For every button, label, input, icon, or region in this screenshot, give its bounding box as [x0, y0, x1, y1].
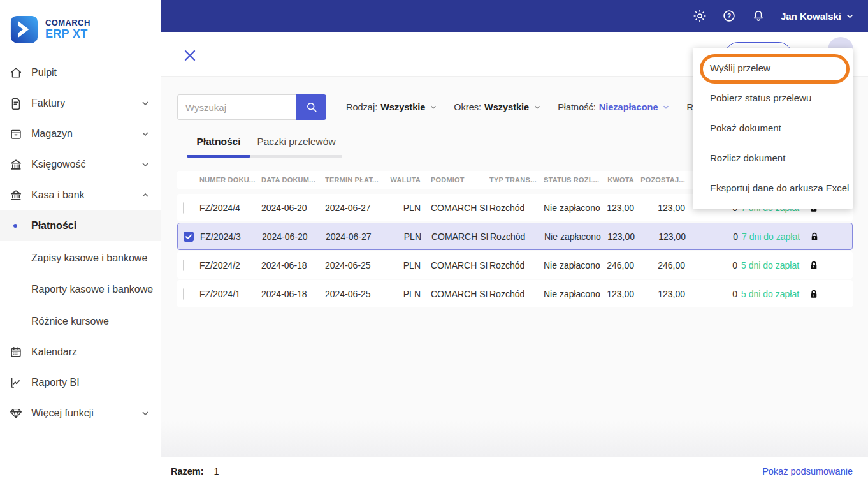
chevron-down-icon: [141, 99, 150, 108]
filter-platnosc[interactable]: Płatność: Niezapłacone: [558, 102, 670, 112]
help-icon[interactable]: ?: [722, 9, 736, 23]
cell-zero: 0: [686, 232, 738, 242]
sidebar-item-platnosci[interactable]: Płatności: [0, 210, 161, 241]
tab-platnosci[interactable]: Płatności: [187, 136, 250, 158]
row-checkbox[interactable]: [183, 288, 184, 300]
sidebar-item-ksiegowosc[interactable]: Księgowość: [0, 149, 161, 180]
sidebar-item-label: Księgowość: [31, 159, 141, 170]
cell-waluta: PLN: [386, 232, 421, 242]
table-row[interactable]: FZ/2024/2 2024-06-18 2024-06-25 PLN COMA…: [177, 251, 853, 279]
gear-icon[interactable]: [693, 9, 707, 23]
app-logo: COMARCH ERP XT: [0, 0, 161, 43]
total-label: Razem:: [171, 466, 204, 476]
cell-data: 2024-06-20: [262, 232, 326, 242]
cell-podmiot: COMARCH SI: [431, 289, 489, 299]
sidebar: COMARCH ERP XT Pulpit Faktury Magazyn: [0, 0, 161, 486]
filter-value: Niezapłacone: [599, 102, 658, 112]
cell-pozostaje: 123,00: [634, 203, 685, 213]
sidebar-item-roznice-kursowe[interactable]: Różnice kursowe: [0, 306, 161, 337]
menu-item-pokaz-dokument[interactable]: Pokaż dokument: [693, 113, 853, 143]
sidebar-item-magazyn[interactable]: Magazyn: [0, 119, 161, 149]
column-header[interactable]: POZOSTAJ...: [634, 176, 685, 184]
close-icon[interactable]: [184, 50, 196, 61]
column-header[interactable]: TERMIN PŁAT...: [325, 176, 386, 184]
sidebar-item-kalendarz[interactable]: Kalendarz: [0, 337, 161, 367]
sidebar-item-raporty-kasowe[interactable]: Raporty kasowe i bankowe: [0, 275, 161, 304]
column-header[interactable]: NUMER DOKU...: [199, 176, 261, 184]
table-row[interactable]: FZ/2024/1 2024-06-18 2024-06-25 PLN COMA…: [177, 280, 853, 307]
column-header[interactable]: DATA DOKUM...: [261, 176, 325, 184]
cell-status: Nie zapłacono: [544, 289, 604, 299]
search-button[interactable]: [296, 94, 326, 120]
menu-item-pobierz-status[interactable]: Pobierz status przelewu: [693, 83, 853, 113]
user-menu[interactable]: Jan Kowalski: [781, 11, 854, 22]
comarch-logo-icon: [10, 15, 38, 43]
chevron-down-icon: [430, 103, 437, 111]
sidebar-item-label: Płatności: [31, 220, 76, 232]
cell-pozostaje: 123,00: [634, 289, 685, 299]
cell-waluta: PLN: [386, 203, 421, 213]
cell-podmiot: COMARCH SI: [431, 232, 490, 242]
row-checkbox-checked[interactable]: [184, 232, 194, 242]
show-summary-link[interactable]: Pokaż podsumowanie: [762, 466, 853, 476]
sidebar-item-label: Magazyn: [31, 128, 141, 140]
filter-label: Rodzaj:: [346, 102, 377, 112]
chart-icon: [9, 376, 23, 390]
sidebar-item-label: Zapisy kasowe i bankowe: [31, 253, 147, 263]
sidebar-item-label: Więcej funkcji: [31, 408, 141, 419]
sidebar-item-faktury[interactable]: Faktury: [0, 88, 161, 119]
sidebar-item-label: Kasa i bank: [31, 189, 141, 201]
chevron-down-icon: [141, 129, 150, 138]
chevron-down-icon: [846, 12, 854, 20]
bell-icon[interactable]: [751, 9, 765, 23]
cell-typ: Rozchód: [489, 289, 544, 299]
cell-data: 2024-06-20: [261, 203, 325, 213]
filter-okres[interactable]: Okres: Wszystkie: [454, 102, 541, 112]
chevron-down-icon: [141, 409, 150, 418]
diamond-icon: [9, 406, 23, 420]
search-input[interactable]: [177, 94, 296, 120]
menu-item-rozlicz-dokument[interactable]: Rozlicz dokument: [693, 143, 853, 173]
cell-waluta: PLN: [386, 260, 421, 270]
cell-podmiot: COMARCH SI: [431, 260, 489, 270]
tab-paczki-przelewow[interactable]: Paczki przelewów: [250, 136, 342, 158]
sidebar-item-pulpit[interactable]: Pulpit: [0, 57, 161, 88]
filter-bar: Rodzaj: Wszystkie Okres: Wszystkie Płatn…: [346, 94, 742, 120]
cell-pozostaje: 246,00: [634, 260, 685, 270]
footer-bar: Razem: 1 Pokaż podsumowanie: [161, 457, 868, 486]
cell-status: Nie zapłacono: [544, 260, 604, 270]
sidebar-item-zapisy-kasowe[interactable]: Zapisy kasowe i bankowe: [0, 244, 161, 272]
menu-item-wyslij-przelew[interactable]: Wyślij przelew: [693, 53, 853, 83]
topbar: ? Jan Kowalski: [161, 0, 868, 32]
column-header[interactable]: PODMIOT: [431, 176, 489, 184]
user-name: Jan Kowalski: [781, 11, 841, 22]
column-header[interactable]: TYP TRANS...: [489, 176, 544, 184]
sidebar-item-kasa-i-bank[interactable]: Kasa i bank: [0, 180, 161, 210]
active-bullet-icon: [13, 224, 17, 228]
chevron-up-icon: [141, 191, 150, 200]
filter-rodzaj[interactable]: Rodzaj: Wszystkie: [346, 102, 437, 112]
column-header[interactable]: STATUS ROZL...: [544, 176, 604, 184]
cell-termin: 2024-06-25: [325, 260, 386, 270]
filter-value: Wszystkie: [484, 102, 529, 112]
menu-item-eksportuj-excel[interactable]: Eksportuj dane do arkusza Excel: [693, 173, 853, 203]
bank-icon: [9, 158, 23, 172]
lock-icon: [809, 230, 821, 243]
row-checkbox[interactable]: [183, 260, 184, 271]
cell-status: Nie zapłacono: [544, 232, 605, 242]
row-checkbox[interactable]: [183, 202, 184, 214]
column-header[interactable]: KWOTA: [604, 176, 634, 184]
sidebar-item-wiecej-funkcji[interactable]: Więcej funkcji: [0, 398, 161, 429]
cell-data: 2024-06-18: [261, 260, 325, 270]
table-row-selected[interactable]: FZ/2024/3 2024-06-20 2024-06-27 PLN COMA…: [177, 223, 853, 250]
cell-kwota: 123,00: [604, 203, 634, 213]
chevron-down-icon: [662, 103, 670, 111]
column-header[interactable]: WALUTA: [386, 176, 421, 184]
sidebar-item-raporty-bi[interactable]: Raporty BI: [0, 367, 161, 398]
context-menu: Wyślij przelew Pobierz status przelewu P…: [693, 48, 853, 209]
cell-termin: 2024-06-27: [325, 203, 386, 213]
cell-numer: FZ/2024/2: [199, 260, 261, 270]
sidebar-item-label: Pulpit: [31, 67, 150, 78]
filter-label: Okres:: [454, 102, 481, 112]
invoice-icon: [9, 96, 23, 110]
